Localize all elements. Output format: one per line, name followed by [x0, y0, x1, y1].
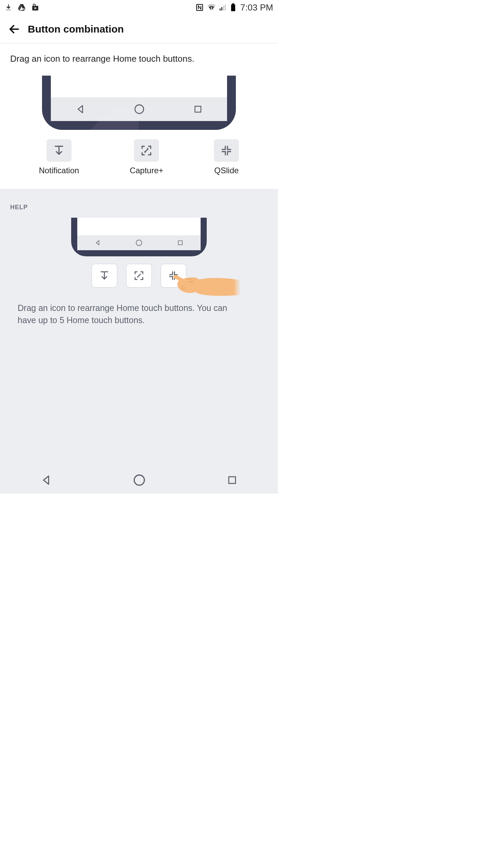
svg-point-11 [136, 240, 142, 246]
help-tile-qslide [161, 264, 186, 288]
svg-rect-8 [231, 4, 235, 11]
tile-notification-label: Notification [39, 166, 79, 175]
system-nav-bar [0, 467, 278, 494]
nav-back-icon[interactable] [75, 104, 86, 115]
help-header: HELP [10, 204, 268, 211]
help-panel: HELP [0, 189, 278, 359]
sys-nav-recent-icon[interactable] [226, 474, 238, 486]
nfc-icon [196, 3, 204, 12]
download-icon [5, 4, 12, 11]
svg-rect-10 [195, 106, 201, 112]
play-store-icon [31, 3, 39, 12]
sys-nav-back-icon[interactable] [40, 474, 52, 486]
status-bar: 7:03 PM [0, 0, 278, 15]
svg-rect-4 [221, 7, 222, 11]
nav-home-icon[interactable] [134, 103, 145, 115]
help-tile-capture [126, 264, 152, 288]
drive-icon [18, 4, 26, 11]
tile-capture-label: Capture+ [130, 166, 163, 175]
tile-capture[interactable] [134, 139, 159, 162]
help-description: Drag an icon to rearrange Home touch but… [10, 302, 254, 327]
signal-icon [219, 4, 227, 11]
help-tile-notification [92, 264, 117, 288]
editor-instruction: Drag an icon to rearrange Home touch but… [10, 54, 268, 64]
editor-panel: Drag an icon to rearrange Home touch but… [0, 43, 278, 189]
app-bar: Button combination [0, 15, 278, 43]
page-title: Button combination [28, 23, 124, 35]
nav-recent-icon[interactable] [193, 104, 203, 114]
svg-rect-6 [225, 4, 226, 11]
battery-icon [231, 3, 236, 12]
help-nav-back-icon [94, 239, 101, 246]
status-clock: 7:03 PM [240, 2, 273, 13]
sys-nav-home-icon[interactable] [133, 473, 146, 487]
svg-rect-5 [223, 6, 224, 11]
svg-point-13 [134, 475, 144, 485]
phone-preview [42, 76, 236, 130]
svg-point-9 [135, 105, 144, 114]
tile-notification[interactable] [46, 139, 72, 162]
svg-rect-7 [232, 3, 234, 4]
svg-rect-14 [229, 477, 236, 484]
navbar-preview[interactable] [51, 97, 227, 121]
tile-qslide-label: QSlide [214, 166, 239, 175]
svg-rect-12 [178, 241, 182, 245]
help-nav-home-icon [135, 239, 143, 246]
svg-point-2 [211, 7, 212, 8]
wifi-icon [207, 4, 216, 11]
svg-rect-3 [220, 8, 221, 11]
tile-qslide[interactable] [214, 139, 239, 162]
help-nav-recent-icon [177, 239, 184, 246]
help-phone-preview [71, 218, 207, 288]
back-button[interactable] [7, 22, 21, 36]
